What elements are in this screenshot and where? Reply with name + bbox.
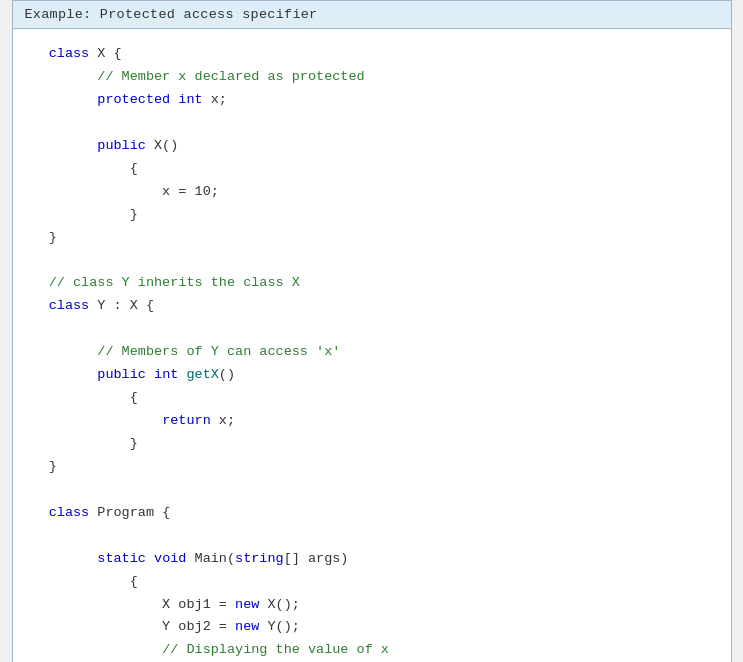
code-line-1: class X { // Member x declared as protec… <box>33 46 600 662</box>
code-example-box: Example: Protected access specifier clas… <box>12 0 732 662</box>
code-body: class X { // Member x declared as protec… <box>13 29 731 662</box>
code-title: Example: Protected access specifier <box>13 1 731 29</box>
